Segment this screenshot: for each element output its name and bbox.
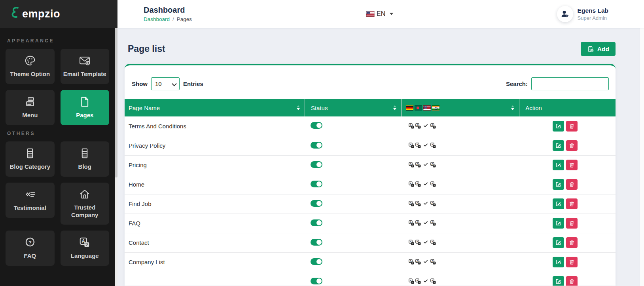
status-toggle[interactable] xyxy=(311,239,322,246)
status-toggle[interactable] xyxy=(311,122,322,129)
delete-button[interactable] xyxy=(566,257,578,267)
svg-text:?: ? xyxy=(28,239,32,245)
question-badge-icon: ? xyxy=(24,236,36,249)
translation-icons: AAA xyxy=(409,278,436,284)
page-icon xyxy=(79,96,91,109)
trash-icon xyxy=(569,181,575,187)
edit-button[interactable] xyxy=(553,276,564,286)
edit-button[interactable] xyxy=(553,121,564,132)
sidebar-item-blog[interactable]: Blog xyxy=(61,141,110,177)
edit-button[interactable] xyxy=(553,198,564,209)
translate-icon[interactable]: A xyxy=(430,278,436,284)
search-input[interactable] xyxy=(531,77,609,90)
delete-button[interactable] xyxy=(566,237,578,248)
page-scrollbar[interactable] xyxy=(640,0,644,286)
sidebar-item-email-template[interactable]: Email Template xyxy=(61,49,110,84)
breadcrumb-link[interactable]: Dashboard xyxy=(144,16,170,22)
page-name-cell: Pricing xyxy=(125,155,305,175)
translate-icon[interactable]: A xyxy=(415,240,421,245)
translate-icon[interactable]: A xyxy=(409,123,414,129)
translate-icon[interactable]: A xyxy=(430,220,436,226)
translate-icon[interactable]: A xyxy=(430,259,436,265)
translate-icon[interactable]: A xyxy=(415,143,421,148)
delete-button[interactable] xyxy=(566,198,578,209)
translate-icon[interactable]: A xyxy=(415,181,421,187)
breadcrumb-separator: / xyxy=(172,16,174,22)
translation-icons: AAA xyxy=(409,200,436,207)
table-row: Company List AAA xyxy=(125,252,616,272)
column-header-languages[interactable] xyxy=(402,99,519,116)
delete-button[interactable] xyxy=(566,140,578,151)
sidebar-item-testimonial[interactable]: Testimonial xyxy=(6,183,55,218)
status-toggle[interactable] xyxy=(311,278,322,284)
edit-button[interactable] xyxy=(553,257,564,267)
translation-icons: AAA xyxy=(409,181,436,187)
column-header-page-name[interactable]: Page Name xyxy=(125,99,305,116)
translate-icon[interactable]: A xyxy=(409,143,414,148)
translate-icon[interactable]: A xyxy=(409,162,414,168)
delete-button[interactable] xyxy=(566,179,578,190)
translate-icon[interactable]: A xyxy=(409,240,414,245)
translate-icon[interactable]: A xyxy=(415,220,421,226)
page-name-cell: Home xyxy=(125,175,305,194)
delete-button[interactable] xyxy=(566,276,578,286)
brand-logo-icon xyxy=(9,5,21,23)
list-ladder-icon xyxy=(79,147,91,160)
add-button[interactable]: Add xyxy=(581,42,616,56)
translate-icon[interactable]: A xyxy=(430,123,436,129)
sidebar-item-language[interactable]: ALanguage xyxy=(61,231,110,266)
search-label: Search: xyxy=(506,80,528,87)
check-icon xyxy=(423,219,428,226)
document-plus-icon xyxy=(587,46,594,53)
edit-button[interactable] xyxy=(553,218,564,229)
translate-icon[interactable]: A xyxy=(415,162,421,168)
sidebar-item-blog-category[interactable]: Blog Category xyxy=(6,141,55,177)
status-toggle[interactable] xyxy=(311,161,322,168)
edit-button[interactable] xyxy=(553,179,564,190)
status-toggle[interactable] xyxy=(311,181,322,187)
sidebar-scrollbar[interactable] xyxy=(115,28,117,286)
translate-icon[interactable]: A xyxy=(430,201,436,206)
translate-icon[interactable]: A xyxy=(415,259,421,265)
status-toggle[interactable] xyxy=(311,219,322,226)
translate-icon[interactable]: A xyxy=(409,201,414,206)
sidebar-item-pages[interactable]: Pages xyxy=(61,90,110,125)
translate-icon[interactable]: A xyxy=(415,201,421,206)
edit-button[interactable] xyxy=(553,160,564,170)
edit-button[interactable] xyxy=(553,237,564,248)
page-name-cell: Find Job xyxy=(125,194,305,214)
sidebar-scrollbar-thumb[interactable] xyxy=(115,28,117,177)
sidebar-item-menu[interactable]: Menu xyxy=(6,90,55,125)
brand-logo[interactable]: empzio xyxy=(0,0,117,28)
table-row: Privacy Policy AAA xyxy=(125,136,616,155)
translate-icon[interactable]: A xyxy=(415,278,421,284)
translate-icon[interactable]: A xyxy=(430,240,436,245)
table-row: Home AAA xyxy=(125,175,616,194)
edit-button[interactable] xyxy=(553,140,564,151)
sidebar-item-faq[interactable]: ?FAQ xyxy=(6,231,55,266)
delete-button[interactable] xyxy=(566,121,578,132)
sidebar-item-trusted-company[interactable]: Trusted Company xyxy=(61,183,110,225)
user-menu[interactable]: Egens Lab Super Admin xyxy=(557,6,644,22)
column-header-status[interactable]: Status xyxy=(305,99,401,116)
column-header-action: Action xyxy=(519,99,616,116)
translate-icon[interactable]: A xyxy=(409,278,414,284)
translate-icon[interactable]: A xyxy=(430,143,436,148)
translate-icon[interactable]: A xyxy=(409,220,414,226)
sidebar-item-theme-option[interactable]: Theme Option xyxy=(6,49,55,84)
status-toggle[interactable] xyxy=(311,200,322,207)
language-selector[interactable]: EN xyxy=(366,10,393,17)
delete-button[interactable] xyxy=(566,218,578,229)
delete-button[interactable] xyxy=(566,160,578,170)
translate-icon[interactable]: A xyxy=(430,181,436,187)
status-toggle[interactable] xyxy=(311,142,322,149)
trash-icon xyxy=(569,240,575,246)
translate-icon[interactable]: A xyxy=(430,162,436,168)
pencil-square-icon xyxy=(555,181,561,187)
translate-icon[interactable]: A xyxy=(409,181,414,187)
pencil-square-icon xyxy=(555,162,561,168)
status-toggle[interactable] xyxy=(311,258,322,265)
translate-icon[interactable]: A xyxy=(415,123,421,129)
page-size-select[interactable]: 10 xyxy=(151,77,180,90)
translate-icon[interactable]: A xyxy=(409,259,414,265)
